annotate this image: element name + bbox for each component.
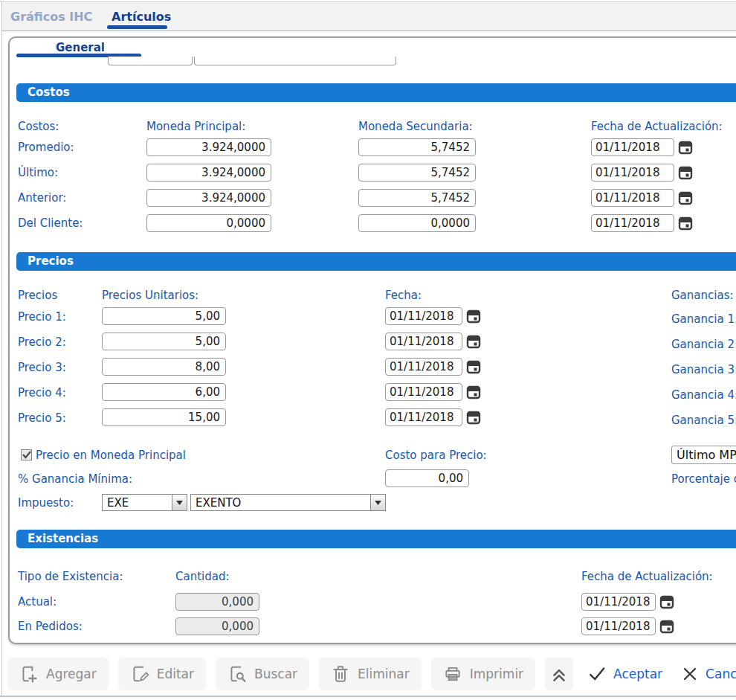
ganancia-label: Ganancia 1: (671, 313, 736, 326)
check-icon (587, 664, 607, 684)
calendar-button[interactable] (466, 385, 481, 399)
precio-input[interactable] (102, 408, 226, 426)
fecha-actualizacion-col-header: Fecha de Actualización: (591, 121, 723, 133)
calendar-button[interactable] (678, 190, 693, 205)
costo-para-precio-label: Costo para Precio: (385, 449, 487, 462)
partial-field[interactable] (194, 57, 396, 65)
moneda-secundaria-input[interactable] (358, 164, 476, 182)
document-search-icon (227, 664, 247, 684)
tab-general[interactable]: General (56, 41, 105, 54)
calendar-button[interactable] (466, 410, 481, 425)
articulos-window: Gráficos IHC Artículos General Costos Co… (0, 0, 736, 700)
fecha-actualizacion-input[interactable] (591, 189, 674, 207)
impuesto-desc-select[interactable]: EXENTO (190, 494, 386, 511)
dropdown-arrow-icon[interactable] (172, 495, 187, 510)
checkmark-icon (22, 451, 31, 459)
calendar-button[interactable] (678, 216, 693, 231)
precio-input[interactable] (102, 333, 226, 350)
dropdown-arrow-icon[interactable] (370, 495, 385, 510)
precio-row-label: Precio 4: (18, 387, 66, 399)
fecha-input[interactable] (385, 383, 462, 401)
eliminar-label: Eliminar (358, 667, 410, 681)
calendar-icon (466, 410, 481, 425)
aceptar-button[interactable]: Aceptar (583, 658, 667, 690)
calendar-icon (466, 309, 481, 324)
partial-field[interactable] (108, 57, 193, 65)
moneda-principal-input[interactable] (146, 189, 271, 207)
calendar-button[interactable] (678, 165, 693, 180)
calendar-button[interactable] (466, 359, 481, 374)
calendar-button[interactable] (659, 594, 674, 609)
existencia-row-label: Actual: (18, 596, 57, 609)
tipo-existencia-col-header: Tipo de Existencia: (18, 571, 123, 583)
calendar-button[interactable] (466, 334, 481, 349)
precios-col-header: Precios (18, 289, 57, 302)
fecha-actualizacion-col-header: Fecha de Actualización: (581, 571, 713, 583)
agregar-label: Agregar (46, 667, 97, 681)
imprimir-button[interactable]: Imprimir (431, 658, 535, 690)
close-icon (681, 665, 699, 683)
moneda-principal-col-header: Moneda Principal: (146, 121, 245, 133)
section-header-existencias: Existencias (16, 530, 736, 548)
precios-unitarios-col-header: Precios Unitarios: (102, 289, 198, 302)
tab-articulos[interactable]: Artículos (112, 10, 171, 24)
calendar-icon (466, 385, 481, 399)
collapse-toolbar-button[interactable] (545, 658, 573, 690)
moneda-secundaria-input[interactable] (358, 138, 476, 156)
eliminar-button[interactable]: Eliminar (319, 658, 422, 690)
buscar-label: Buscar (254, 667, 297, 681)
precio-input[interactable] (102, 307, 226, 325)
precio-row-label: Precio 5: (18, 412, 66, 425)
ganancia-minima-input[interactable] (385, 469, 469, 487)
moneda-secundaria-input[interactable] (358, 189, 476, 207)
agregar-button[interactable]: Agregar (7, 658, 109, 690)
fecha-input[interactable] (385, 307, 462, 325)
cancelar-label: Cancelar (706, 667, 736, 681)
fecha-actualizacion-input[interactable] (591, 214, 674, 232)
impuesto-code-select[interactable]: EXE (102, 494, 187, 511)
tab-articulos-underline (107, 25, 167, 29)
impuesto-desc-value: EXENTO (191, 496, 370, 510)
costos-row-label: Anterior: (18, 192, 66, 205)
fecha-actualizacion-input[interactable] (591, 138, 674, 156)
ganancia-label: Ganancia 2: (671, 338, 736, 351)
fecha-actualizacion-input[interactable] (581, 593, 656, 611)
precio-moneda-principal-label: Precio en Moneda Principal (36, 449, 186, 462)
calendar-button[interactable] (678, 140, 693, 155)
precio-moneda-principal-checkbox[interactable] (21, 449, 32, 460)
costo-para-precio-select[interactable]: Último MP (671, 446, 736, 464)
fecha-col-header: Fecha: (385, 289, 422, 302)
bottom-divider (0, 696, 736, 697)
fecha-actualizacion-input[interactable] (581, 617, 656, 635)
calendar-icon (678, 140, 693, 155)
cantidad-pedidos-input (175, 617, 259, 635)
fecha-input[interactable] (385, 358, 462, 376)
costos-row-label: Último: (18, 167, 58, 179)
calendar-icon (466, 334, 481, 349)
moneda-secundaria-col-header: Moneda Secundaria: (358, 121, 473, 133)
fecha-input[interactable] (385, 408, 462, 426)
precio-input[interactable] (102, 358, 226, 376)
moneda-secundaria-input[interactable] (358, 214, 476, 232)
cancelar-button[interactable]: Cancelar (677, 658, 736, 690)
aceptar-label: Aceptar (613, 667, 662, 681)
costos-col-header: Costos: (18, 121, 59, 133)
precio-input[interactable] (102, 383, 226, 401)
precio-row-label: Precio 1: (18, 311, 66, 324)
calendar-button[interactable] (466, 309, 481, 324)
moneda-principal-input[interactable] (146, 138, 271, 156)
fecha-input[interactable] (385, 333, 462, 350)
editar-button[interactable]: Editar (118, 658, 206, 690)
calendar-button[interactable] (659, 619, 674, 634)
tab-graficos-ihc[interactable]: Gráficos IHC (10, 10, 92, 24)
section-header-costos: Costos (16, 83, 736, 102)
trash-icon (331, 664, 350, 684)
fecha-actualizacion-input[interactable] (591, 164, 674, 182)
moneda-principal-input[interactable] (146, 164, 271, 182)
printer-icon (443, 664, 462, 684)
porcentaje-label: Porcentaje de (671, 473, 736, 486)
buscar-button[interactable]: Buscar (216, 658, 309, 690)
left-border (1, 2, 2, 696)
existencia-row-label: En Pedidos: (18, 620, 83, 633)
moneda-principal-input[interactable] (146, 214, 271, 232)
